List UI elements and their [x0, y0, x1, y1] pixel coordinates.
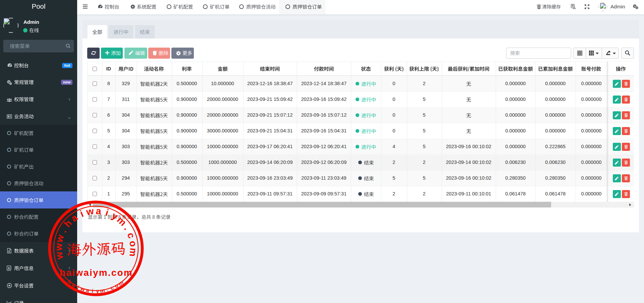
svg-text:w: w — [85, 205, 95, 217]
svg-text:a: a — [86, 287, 90, 293]
svg-text:i: i — [78, 208, 85, 219]
svg-text:m: m — [127, 247, 139, 257]
svg-text:m: m — [100, 287, 105, 294]
svg-text:w: w — [53, 233, 66, 244]
svg-text:w: w — [53, 251, 65, 261]
svg-text:y: y — [96, 288, 99, 294]
svg-text:a: a — [96, 205, 102, 217]
svg-text:.: . — [58, 227, 68, 234]
svg-text:i: i — [92, 288, 94, 294]
svg-text:a: a — [69, 211, 80, 224]
svg-text:c: c — [110, 285, 115, 291]
svg-text:.: . — [106, 287, 109, 293]
svg-text:c: c — [125, 231, 137, 240]
svg-text:w: w — [53, 243, 64, 251]
svg-text:i: i — [104, 207, 110, 218]
svg-text:o: o — [127, 240, 139, 247]
